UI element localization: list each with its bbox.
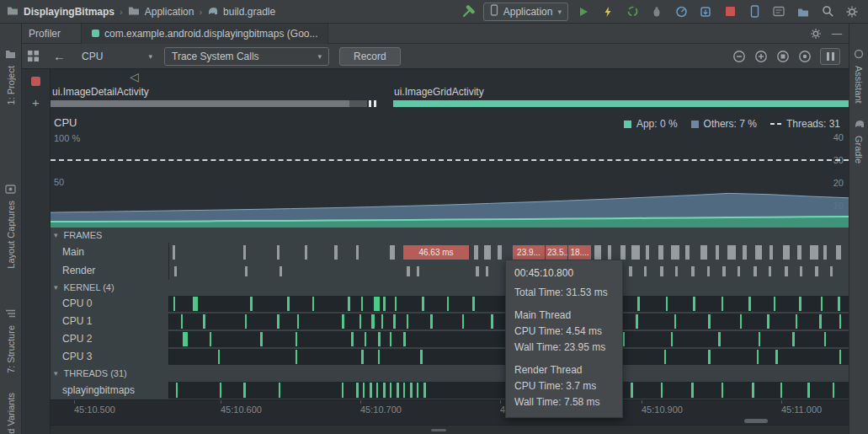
frame-bar[interactable] (474, 245, 478, 260)
frame-bar[interactable] (498, 245, 502, 260)
stop-icon[interactable] (721, 3, 739, 21)
frame-bar[interactable] (785, 266, 788, 276)
frame-bar[interactable] (407, 266, 410, 276)
goto-live-icon[interactable] (798, 50, 812, 63)
frame-bar[interactable] (671, 245, 679, 260)
frame-bar[interactable] (658, 245, 663, 260)
add-session-button[interactable]: + (22, 95, 50, 110)
janky-frame-bar[interactable]: 18.... (568, 245, 591, 260)
frame-bar[interactable] (797, 245, 801, 260)
frame-bar[interactable] (390, 245, 395, 260)
frame-bar[interactable] (356, 245, 359, 260)
frame-bar[interactable] (631, 245, 640, 260)
sidebar-item-assistant[interactable]: Assistant (849, 49, 868, 104)
frame-bar[interactable] (707, 266, 710, 276)
session-recording-indicator[interactable] (31, 77, 40, 86)
frame-bar[interactable] (675, 266, 678, 276)
frame-bar[interactable] (755, 245, 762, 260)
frame-bar[interactable] (836, 245, 841, 260)
sidebar-item-layout-captures[interactable]: Layout Captures (0, 184, 21, 269)
record-button[interactable]: Record (339, 47, 401, 66)
hide-tool-window-icon[interactable]: — (832, 28, 842, 40)
frames-main-track[interactable]: 46.63 ms23.9...23.5...18.... (168, 243, 849, 261)
frame-bar[interactable] (823, 245, 827, 260)
session-tab[interactable]: com.example.android.displayingbitmaps (G… (81, 24, 328, 44)
frame-bar[interactable] (722, 266, 726, 276)
logcat-icon[interactable] (769, 3, 788, 21)
zoom-in-icon[interactable] (754, 50, 768, 63)
run-icon[interactable] (574, 3, 593, 21)
frame-bar[interactable] (691, 266, 695, 276)
breadcrumb-file[interactable]: build.gradle (223, 6, 275, 18)
sidebar-item-project[interactable]: 1: Project (0, 49, 21, 104)
debug-icon[interactable] (647, 3, 666, 21)
device-manager-icon[interactable] (745, 3, 764, 21)
frame-bar[interactable] (620, 245, 626, 260)
settings-gear-icon[interactable] (843, 3, 861, 21)
breadcrumb-project[interactable]: DisplayingBitmaps (24, 6, 114, 18)
frame-bar[interactable] (743, 245, 747, 260)
frame-bar[interactable] (660, 266, 663, 276)
frame-bar[interactable] (810, 245, 818, 260)
janky-frame-bar[interactable]: 23.9... (513, 245, 545, 260)
sidebar-item-structure[interactable]: 7: Structure (0, 308, 21, 373)
frame-bar[interactable] (644, 266, 647, 276)
apply-changes-icon[interactable] (599, 3, 617, 21)
frame-bar[interactable] (646, 245, 649, 260)
frame-bar[interactable] (245, 266, 248, 276)
frame-bar[interactable] (738, 266, 740, 276)
frame-bar[interactable] (769, 266, 771, 276)
frame-bar[interactable] (608, 245, 611, 260)
frame-bar[interactable] (800, 266, 802, 276)
frame-bar[interactable] (280, 266, 282, 276)
horizontal-scrollbar[interactable] (51, 418, 849, 425)
frame-bar[interactable] (174, 266, 177, 276)
janky-frame-bar[interactable]: 46.63 ms (403, 245, 469, 260)
back-button[interactable]: ← (53, 49, 66, 63)
device-file-explorer-icon[interactable] (794, 3, 812, 21)
activity-track[interactable] (51, 100, 849, 107)
frame-bar[interactable] (334, 245, 338, 260)
attach-profiler-icon[interactable] (696, 3, 715, 21)
frame-bar[interactable] (486, 266, 488, 276)
tool-window-title[interactable]: Profiler (29, 28, 61, 40)
frame-bar[interactable] (716, 245, 719, 260)
profiler-type-dropdown[interactable]: CPU ▾ (77, 51, 157, 62)
pause-button[interactable] (820, 48, 840, 65)
profiler-settings-gear-icon[interactable] (810, 28, 822, 40)
frame-bar[interactable] (243, 245, 246, 260)
frame-bar[interactable] (727, 245, 736, 260)
sidebar-item-gradle[interactable]: Gradle (849, 118, 868, 163)
sidebar-item-build-variants[interactable]: Build Variants (0, 393, 21, 434)
frame-bar[interactable] (629, 266, 632, 276)
frame-bar[interactable] (484, 245, 491, 260)
frame-bar[interactable] (417, 266, 419, 276)
profile-icon[interactable] (672, 3, 690, 21)
bottom-scrollbar[interactable] (51, 425, 849, 434)
apply-code-changes-icon[interactable] (623, 3, 642, 21)
frame-bar[interactable] (830, 266, 833, 276)
frame-bar[interactable] (476, 266, 479, 276)
frame-bar[interactable] (769, 245, 773, 260)
frame-bar[interactable] (783, 245, 790, 260)
run-config-select[interactable]: Application ▾ (483, 3, 568, 21)
frame-bar[interactable] (754, 266, 757, 276)
frame-bar[interactable] (700, 245, 707, 260)
scrollbar-thumb[interactable] (431, 429, 446, 431)
zoom-out-icon[interactable] (732, 50, 746, 63)
frame-bar[interactable] (594, 245, 601, 260)
cpu-usage-chart[interactable]: CPU App: 0 %Others: 7 %Threads: 31 100 %… (51, 111, 849, 228)
janky-frame-bar[interactable]: 23.5... (546, 245, 567, 260)
search-icon[interactable] (818, 3, 837, 21)
frame-bar[interactable] (815, 266, 818, 276)
scrollbar-thumb[interactable] (744, 419, 768, 423)
build-hammer-icon[interactable] (459, 3, 477, 21)
breadcrumb-module[interactable]: Application (145, 6, 194, 18)
frames-section-header[interactable]: ▾ FRAMES (51, 228, 849, 243)
frame-bar[interactable] (685, 245, 690, 260)
frame-bar[interactable] (277, 245, 280, 260)
sessions-icon[interactable] (27, 50, 40, 62)
threads-section-header[interactable]: ▾ THREADS (31) (51, 366, 849, 381)
reset-zoom-icon[interactable] (776, 50, 790, 63)
kernel-section-header[interactable]: ▾ KERNEL (4) (51, 280, 849, 295)
